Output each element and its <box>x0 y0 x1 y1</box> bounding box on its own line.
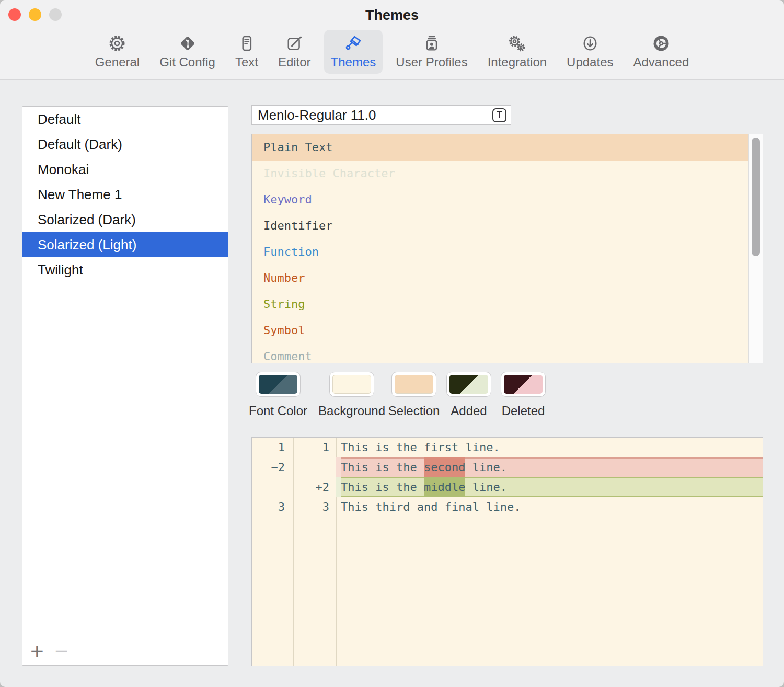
tab-label: Updates <box>567 55 613 69</box>
swatch-divider <box>313 373 313 410</box>
tab-label: Themes <box>331 55 376 69</box>
preview-label: Function <box>263 245 319 258</box>
swatch-label: Added <box>451 404 487 418</box>
deleted-swatch <box>504 375 543 394</box>
diff-text: line. <box>465 461 506 474</box>
close-button[interactable] <box>8 8 21 21</box>
scrollbar-track[interactable] <box>748 134 763 363</box>
diff-text: line. <box>465 480 506 494</box>
old-line-number: 1 <box>252 438 293 457</box>
minimize-button[interactable] <box>29 8 41 21</box>
old-line-number <box>252 477 293 497</box>
preview-row-plain-text: Plain Text <box>252 134 748 161</box>
theme-item-new-theme-1[interactable]: New Theme 1 <box>22 182 228 207</box>
preview-label: Invisible Character <box>263 167 395 180</box>
tab-text[interactable]: Text <box>228 30 265 74</box>
diff-code: This is the middle line. <box>336 477 763 497</box>
diff-text: This is the <box>341 480 424 494</box>
selection-swatch <box>395 375 433 394</box>
tab-themes[interactable]: Themes <box>324 30 383 74</box>
theme-list: Default Default (Dark) Monokai New Theme… <box>22 106 228 666</box>
gear-icon <box>107 33 127 53</box>
diff-preview: 1 1 This is the first line. −2 This is t… <box>251 437 763 666</box>
tab-label: Text <box>235 55 258 69</box>
diff-code: This is the first line. <box>336 438 763 457</box>
font-field[interactable]: Menlo-Regular 11.0 T <box>251 105 511 125</box>
diff-line-context: 3 3 This third and final line. <box>252 497 763 517</box>
document-icon <box>237 33 257 53</box>
tab-label: Integration <box>488 55 547 69</box>
diff-line-deleted: −2 This is the second line. <box>252 457 763 477</box>
font-picker-button[interactable]: T <box>492 108 506 122</box>
font-color-swatch <box>259 375 297 394</box>
titlebar: Themes <box>0 0 784 29</box>
preferences-window: Themes General <box>0 0 784 687</box>
preview-label: Number <box>263 271 305 284</box>
theme-item-default[interactable]: Default <box>22 107 228 132</box>
added-word-highlight: middle <box>424 477 465 497</box>
new-line-number: 1 <box>293 438 336 457</box>
background-swatch <box>332 375 371 394</box>
swatch-label: Font Color <box>249 404 307 418</box>
font-value: Menlo-Regular 11.0 <box>258 107 376 123</box>
tab-label: Editor <box>278 55 311 69</box>
tab-general[interactable]: General <box>88 30 146 74</box>
scrollbar-thumb[interactable] <box>752 138 760 256</box>
tab-label: User Profiles <box>396 55 467 69</box>
add-theme-button[interactable]: + <box>30 639 44 664</box>
diff-code: This third and final line. <box>336 497 763 517</box>
preview-row-function: Function <box>252 239 748 265</box>
tab-user-profiles[interactable]: User Profiles <box>389 30 474 74</box>
preview-row-symbol: Symbol <box>252 317 748 344</box>
diff-line-context: 1 1 This is the first line. <box>252 438 763 457</box>
tab-label: Git Config <box>159 55 215 69</box>
swatch-font-color: Font Color <box>241 372 315 418</box>
themes-pane: Default Default (Dark) Monokai New Theme… <box>0 80 784 686</box>
tab-label: General <box>95 55 140 69</box>
swatch-label: Deleted <box>502 404 545 418</box>
tab-label: Advanced <box>633 55 689 69</box>
preview-row-number: Number <box>252 265 748 291</box>
preview-label: Identifier <box>263 219 332 232</box>
profile-card-icon <box>422 33 442 53</box>
gears-icon <box>507 33 527 53</box>
preview-label: String <box>263 297 305 311</box>
theme-item-monokai[interactable]: Monokai <box>22 157 228 182</box>
preferences-toolbar: General Git Config <box>0 29 784 80</box>
theme-item-default-dark[interactable]: Default (Dark) <box>22 132 228 157</box>
preview-row-invisible-character: Invisible Character <box>252 161 748 187</box>
tab-updates[interactable]: Updates <box>560 30 620 74</box>
remove-theme-button[interactable]: − <box>55 639 68 664</box>
font-color-well[interactable] <box>256 372 301 397</box>
preview-row-keyword: Keyword <box>252 187 748 213</box>
preview-row-comment: Comment <box>252 344 748 363</box>
new-line-number <box>293 457 336 477</box>
window-controls <box>8 8 62 21</box>
new-line-number: +2 <box>293 477 336 497</box>
theme-item-twilight[interactable]: Twilight <box>22 257 228 282</box>
preview-label: Symbol <box>263 324 305 337</box>
tab-integration[interactable]: Integration <box>481 30 554 74</box>
deleted-well[interactable] <box>501 372 546 397</box>
advanced-gear-icon <box>651 33 671 53</box>
preview-row-identifier: Identifier <box>252 213 748 239</box>
theme-item-solarized-dark[interactable]: Solarized (Dark) <box>22 207 228 232</box>
theme-preview: Plain Text Invisible Character Keyword I… <box>251 134 763 363</box>
background-well[interactable] <box>329 372 374 397</box>
fullscreen-button[interactable] <box>49 8 62 21</box>
selection-well[interactable] <box>391 372 436 397</box>
old-line-number: 3 <box>252 497 293 517</box>
preview-label: Comment <box>263 350 312 363</box>
added-well[interactable] <box>446 372 491 397</box>
old-line-number: −2 <box>252 457 293 477</box>
preview-label: Keyword <box>263 193 312 206</box>
tab-advanced[interactable]: Advanced <box>626 30 696 74</box>
tab-editor[interactable]: Editor <box>271 30 318 74</box>
theme-list-actions: + − <box>30 639 68 664</box>
edit-pencil-icon <box>284 33 304 53</box>
swatch-label: Background <box>318 404 385 418</box>
tab-git-config[interactable]: Git Config <box>153 30 222 74</box>
download-circle-icon <box>580 33 600 53</box>
theme-item-solarized-light[interactable]: Solarized (Light) <box>22 232 228 257</box>
swatch-deleted: Deleted <box>487 372 560 418</box>
